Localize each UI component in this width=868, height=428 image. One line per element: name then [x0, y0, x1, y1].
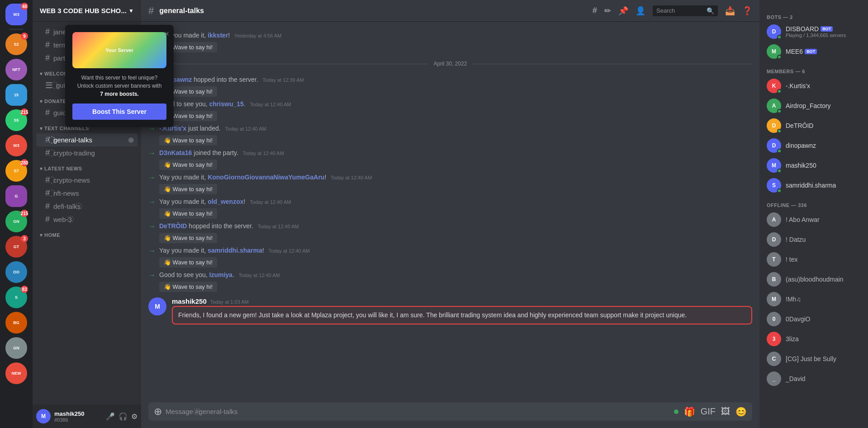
mention-ikkster[interactable]: ikkster: [208, 32, 228, 39]
member-0davgio[interactable]: 0 0DavgiO: [763, 309, 864, 329]
category-home[interactable]: ▾ HOME: [33, 226, 141, 240]
online-category: MEMBERS — 6: [763, 61, 864, 76]
join-arrow-icon: →: [148, 198, 156, 206]
mention-oldwenzox[interactable]: old_wenzox: [208, 198, 243, 205]
member-disboard[interactable]: D DISBOARD BOT Playing / 1,344,665 serve…: [763, 22, 864, 42]
server-icon-5[interactable]: S5 215: [5, 109, 27, 131]
emoji-icon[interactable]: 😊: [735, 406, 747, 417]
server-icon-main[interactable]: W3 48: [5, 4, 27, 25]
inbox-icon[interactable]: 📥: [725, 6, 735, 16]
member-mh[interactable]: M !Mh♫: [763, 289, 864, 309]
join-content: D3nKata16 joined the party. Today at 12:…: [159, 148, 752, 170]
channel-name-defi-talks: defi-talks꙰: [53, 202, 81, 211]
mention-detroid[interactable]: DeTRÔID: [159, 222, 187, 230]
server-icon-nft[interactable]: NFT: [5, 59, 27, 80]
popup-close-button[interactable]: ×: [164, 29, 169, 39]
join-message-dinopawnz: → dinopawnz hopped into the server. Toda…: [141, 74, 759, 98]
server-icon-2[interactable]: S2 9: [5, 33, 27, 55]
channel-item-crypto-trading[interactable]: # ꙰crypto-trading: [36, 146, 138, 160]
channel-item-web3[interactable]: # web-3꙰: [36, 213, 138, 226]
help-icon[interactable]: ❓: [742, 6, 752, 16]
member-tex[interactable]: T ! tex: [763, 249, 864, 269]
join-text: Yay you made it, ikkster! Yesterday at 4…: [159, 31, 752, 40]
pencil-icon[interactable]: ✏: [604, 6, 611, 16]
member-dinopawnz-list[interactable]: D dinopawnz: [763, 136, 864, 155]
server-icon-gn[interactable]: GN 215: [5, 211, 27, 232]
gif-icon[interactable]: GIF: [701, 406, 716, 417]
add-content-icon[interactable]: ⊕: [154, 406, 162, 418]
username: mashik250: [54, 410, 102, 417]
member-detroid-list[interactable]: D DeTRÔID: [763, 116, 864, 136]
wave-button-oldwenzox[interactable]: 👋 Wave to say hi!: [159, 208, 217, 219]
server-boost-popup: × Your Server Want this server to feel u…: [65, 25, 174, 127]
msg-username[interactable]: mashik250: [172, 297, 207, 305]
member-kurtis[interactable]: K -.Kurtis'x: [763, 76, 864, 96]
channel-item-defi-talks[interactable]: # defi-talks꙰: [36, 200, 138, 213]
member-datzu[interactable]: D ! Datzu: [763, 230, 864, 249]
member-abo-anwar[interactable]: A ! Abo Anwar: [763, 210, 864, 230]
mention-chriswu[interactable]: chriswu_15: [209, 100, 244, 108]
server-icon-new[interactable]: NEW: [5, 362, 27, 384]
mention-samriddhi[interactable]: samriddhi.sharma: [208, 247, 262, 254]
popup-description: Want this server to feel unique? Unlock …: [72, 74, 166, 98]
member-mashik250-list[interactable]: M mashik250: [763, 155, 864, 175]
search-input[interactable]: [656, 7, 705, 14]
chat-input[interactable]: [166, 402, 670, 421]
wave-button-izumiya[interactable]: 👋 Wave to say hi!: [159, 282, 217, 292]
member-bloodhound[interactable]: B (asu)bloodhoudmain: [763, 269, 864, 289]
member-david[interactable]: _ _David: [763, 369, 864, 389]
server-icon-gt[interactable]: GT 3: [5, 236, 27, 258]
server-header[interactable]: WEB 3 CODE HUB SCHO... ▼: [33, 0, 141, 22]
wave-button-kurtis[interactable]: 👋 Wave to say hi!: [159, 135, 217, 146]
hash-icon: #: [45, 215, 50, 224]
user-area: M mashik250 #0386 🎤 🎧 ⚙: [33, 404, 141, 428]
msg-text-highlighted: Friends, I found a new gem! Just take a …: [172, 306, 752, 325]
search-box[interactable]: 🔍: [653, 5, 718, 16]
server-icon-bg[interactable]: BG: [5, 312, 27, 334]
wave-button-d3nkata[interactable]: 👋 Wave to say hi!: [159, 160, 217, 170]
server-icon-83[interactable]: S 83: [5, 287, 27, 308]
mute-icon[interactable]: 🎤: [106, 412, 115, 421]
wave-button-detroid[interactable]: 👋 Wave to say hi!: [159, 233, 217, 243]
category-latest-news[interactable]: ▾ LATEST NEWS: [33, 160, 141, 174]
member-cg-sully[interactable]: C [CG] Just be Sully: [763, 349, 864, 369]
mention-d3nkata[interactable]: D3nKata16: [159, 149, 192, 156]
add-member-icon[interactable]: ⊕: [128, 136, 134, 144]
channel-item-crypto-news[interactable]: # ꙰crypto-news: [36, 174, 138, 187]
channel-item-general-talks[interactable]: # ꙰general-talks ⊕: [36, 133, 138, 146]
gift-icon[interactable]: 🎁: [684, 406, 695, 417]
member-avatar-abo-anwar: A: [767, 212, 781, 227]
server-icon-6[interactable]: W3: [5, 135, 27, 156]
wave-button-konogiorni[interactable]: 👋 Wave to say hi!: [159, 184, 217, 194]
member-name-mh: !Mh♫: [786, 296, 801, 303]
join-content: Good to see you, Izumiya. Today at 12:40…: [159, 270, 752, 292]
server-icon-7[interactable]: S7 280: [5, 160, 27, 182]
mention-izumiya[interactable]: Izumiya: [209, 271, 232, 278]
member-3liza[interactable]: 3 3liza: [763, 329, 864, 349]
member-samriddhi-list[interactable]: S samriddhi.sharma: [763, 175, 864, 195]
deafen-icon[interactable]: 🎧: [119, 412, 128, 421]
pin-icon[interactable]: 📌: [618, 6, 628, 16]
server-badge-gt: 3: [21, 235, 28, 242]
wave-button-samriddhi[interactable]: 👋 Wave to say hi!: [159, 257, 217, 268]
member-mee6[interactable]: M MEE6 BOT: [763, 42, 864, 61]
sticker-icon[interactable]: 🖼: [721, 406, 730, 417]
channel-item-nft-news[interactable]: # ꙰nft-news: [36, 187, 138, 200]
server-banner-label: Your Server: [105, 47, 133, 53]
boost-server-button[interactable]: Boost This Server: [72, 103, 166, 120]
member-name-dinopawnz-list: dinopawnz: [786, 142, 816, 149]
server-badge: 48: [21, 3, 28, 10]
member-airdrop[interactable]: A Airdrop_Factory: [763, 96, 864, 116]
join-text: -.Kurtis'x just landed. Today at 12:40 A…: [159, 124, 752, 133]
members-icon[interactable]: 👤: [636, 6, 645, 16]
server-icon-oo[interactable]: OO: [5, 261, 27, 283]
server-icon-4[interactable]: 15: [5, 84, 27, 106]
server-icon-gn2[interactable]: GN: [5, 337, 27, 359]
user-avatar: M: [36, 409, 51, 423]
mention-konogiorni[interactable]: KonoGiornoGiovannaNiwaYumeGaAru: [208, 174, 324, 181]
hashtag-icon[interactable]: #: [593, 6, 597, 15]
settings-icon[interactable]: ⚙: [131, 412, 138, 421]
server-icon-8[interactable]: G: [5, 185, 27, 207]
join-time: Today at 12:40 AM: [225, 126, 266, 132]
offline-category: OFFLINE — 336: [763, 195, 864, 210]
